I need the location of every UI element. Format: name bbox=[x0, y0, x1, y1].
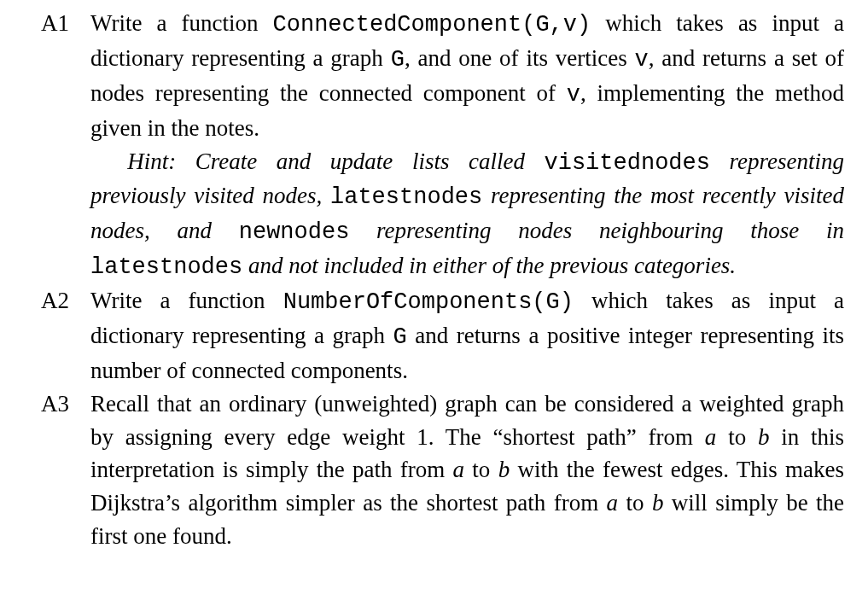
code-span: G bbox=[391, 47, 405, 73]
paragraph: Write a function NumberOfComponents(G) w… bbox=[90, 284, 844, 388]
math-var: a bbox=[705, 424, 717, 450]
code-span: G bbox=[393, 324, 407, 350]
hint-paragraph: Hint: Create and update lists called vis… bbox=[90, 145, 844, 285]
code-span: newnodes bbox=[239, 219, 350, 245]
math-var: b bbox=[498, 457, 510, 482]
code-span: visitednodes bbox=[545, 150, 710, 176]
code-span: latestnodes bbox=[330, 184, 482, 210]
text-span: representing nodes neighbouring those in bbox=[349, 218, 844, 243]
item-label: A1 bbox=[41, 7, 90, 40]
math-var: b bbox=[652, 490, 664, 516]
text-span: to bbox=[618, 490, 652, 516]
code-span: v bbox=[567, 82, 580, 108]
code-span: NumberOfComponents(G) bbox=[283, 289, 574, 315]
item-label: A2 bbox=[41, 284, 90, 318]
math-var: b bbox=[758, 424, 770, 450]
list-item: A2 Write a function NumberOfComponents(G… bbox=[41, 284, 844, 388]
text-span: Write a function bbox=[90, 10, 273, 36]
text-span: to bbox=[464, 457, 498, 482]
item-body: Write a function NumberOfComponents(G) w… bbox=[90, 284, 844, 388]
code-span: latestnodes bbox=[90, 254, 242, 280]
text-span: and not included in either of the previo… bbox=[242, 253, 736, 278]
text-span: Write a function bbox=[90, 288, 283, 313]
math-var: a bbox=[607, 490, 619, 516]
text-span: Hint: Create and update lists called bbox=[127, 149, 544, 174]
paragraph: Recall that an ordinary (unweighted) gra… bbox=[90, 388, 844, 553]
math-var: a bbox=[453, 457, 465, 482]
text-span: to bbox=[716, 424, 758, 450]
list-item: A3 Recall that an ordinary (unweighted) … bbox=[41, 388, 844, 553]
paragraph: Write a function ConnectedComponent(G,v)… bbox=[90, 7, 844, 145]
page: A1 Write a function ConnectedComponent(G… bbox=[0, 0, 868, 553]
item-label: A3 bbox=[41, 388, 90, 421]
item-body: Write a function ConnectedComponent(G,v)… bbox=[90, 7, 844, 284]
item-body: Recall that an ordinary (unweighted) gra… bbox=[90, 388, 844, 553]
list-item: A1 Write a function ConnectedComponent(G… bbox=[41, 7, 844, 284]
text-span: , and one of its vertices bbox=[405, 45, 635, 71]
code-span: v bbox=[635, 47, 649, 73]
code-span: ConnectedComponent(G,v) bbox=[273, 12, 591, 38]
